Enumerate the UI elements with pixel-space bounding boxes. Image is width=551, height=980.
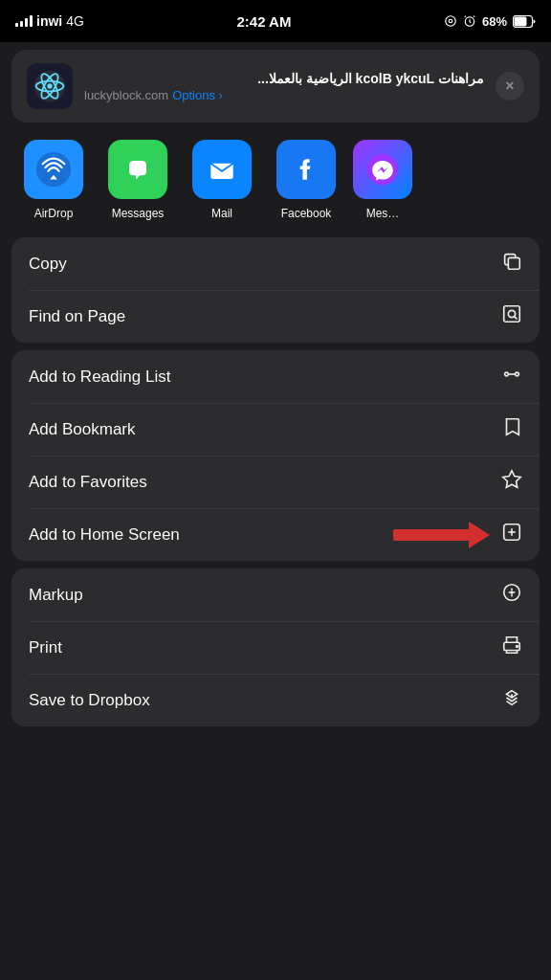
add-favorites-label: Add to Favorites xyxy=(29,473,147,492)
share-header: مراهنات Lucky Block الرياضية بالعملا... … xyxy=(11,50,540,122)
share-app-airdrop[interactable]: AirDrop xyxy=(11,140,96,220)
share-close-button[interactable]: × xyxy=(496,72,524,100)
favorites-icon xyxy=(501,469,522,495)
share-app-mail[interactable]: Mail xyxy=(180,140,264,220)
dropbox-icon xyxy=(501,687,522,713)
share-title: مراهنات Lucky Block الرياضية بالعملا... xyxy=(84,71,484,86)
find-on-page-button[interactable]: Find on Page xyxy=(11,290,540,343)
add-home-screen-button[interactable]: Add to Home Screen xyxy=(11,508,540,561)
focus-icon xyxy=(444,14,457,28)
alarm-icon xyxy=(463,14,476,28)
status-bar: inwi 4G 2:42 AM 68% xyxy=(0,0,551,42)
share-app-icon xyxy=(27,63,73,109)
add-bookmark-label: Add Bookmark xyxy=(29,420,136,439)
network-label: 4G xyxy=(66,13,84,29)
airdrop-icon xyxy=(24,140,83,199)
find-on-page-icon xyxy=(501,303,522,329)
share-app-facebook[interactable]: Facebook xyxy=(264,140,348,220)
time-label: 2:42 AM xyxy=(236,13,291,30)
mail-label: Mail xyxy=(211,207,232,220)
svg-point-20 xyxy=(505,372,509,376)
add-bookmark-button[interactable]: Add Bookmark xyxy=(11,403,540,456)
facebook-icon xyxy=(276,140,336,199)
svg-point-9 xyxy=(47,83,52,88)
svg-point-0 xyxy=(446,16,456,27)
action-group-3: Markup Print Save to Dropbox xyxy=(11,568,540,726)
signal-bars xyxy=(15,15,33,27)
luckyblock-icon xyxy=(33,69,67,103)
svg-rect-17 xyxy=(504,306,520,323)
messages-icon xyxy=(108,140,167,199)
copy-button[interactable]: Copy xyxy=(11,237,540,290)
home-add-icon xyxy=(501,522,522,547)
svg-rect-4 xyxy=(514,16,526,26)
red-arrow-indicator xyxy=(393,522,490,548)
svg-line-19 xyxy=(515,317,518,320)
add-reading-list-button[interactable]: Add to Reading List xyxy=(11,350,540,403)
messages-label: Messages xyxy=(112,207,165,220)
copy-icon xyxy=(501,251,522,277)
svg-point-10 xyxy=(36,152,71,187)
add-home-screen-label: Add to Home Screen xyxy=(29,525,180,545)
svg-point-18 xyxy=(508,310,515,317)
svg-point-1 xyxy=(449,19,452,23)
markup-label: Markup xyxy=(29,586,83,605)
action-group-2: Add to Reading List Add Bookmark Add to … xyxy=(11,350,540,561)
mail-icon xyxy=(192,140,252,199)
markup-button[interactable]: Markup xyxy=(11,568,540,621)
share-url-row: luckyblock.com Options › xyxy=(84,88,484,102)
share-url: luckyblock.com xyxy=(84,88,168,102)
status-left: inwi 4G xyxy=(15,13,84,29)
share-options-button[interactable]: Options › xyxy=(172,88,223,102)
close-icon: × xyxy=(505,78,514,95)
airdrop-label: AirDrop xyxy=(34,207,74,220)
print-button[interactable]: Print xyxy=(11,621,540,674)
messenger-label: Mes… xyxy=(366,207,400,220)
markup-icon xyxy=(501,582,522,608)
battery-label: 68% xyxy=(482,14,507,29)
save-dropbox-label: Save to Dropbox xyxy=(29,691,150,710)
print-label: Print xyxy=(29,638,62,657)
share-app-messages[interactable]: Messages xyxy=(96,140,180,220)
battery-icon xyxy=(513,15,536,28)
messenger-icon xyxy=(353,140,412,199)
print-icon xyxy=(501,635,522,660)
share-app-messenger[interactable]: Mes… xyxy=(348,140,417,220)
facebook-label: Facebook xyxy=(281,207,332,220)
add-favorites-button[interactable]: Add to Favorites xyxy=(11,456,540,508)
svg-point-27 xyxy=(511,591,513,593)
bookmark-icon xyxy=(501,416,522,442)
reading-list-icon xyxy=(501,364,522,390)
find-on-page-label: Find on Page xyxy=(29,307,125,326)
action-group-1: Copy Find on Page xyxy=(11,237,540,343)
carrier-label: inwi xyxy=(36,13,62,29)
save-dropbox-button[interactable]: Save to Dropbox xyxy=(11,674,540,726)
copy-label: Copy xyxy=(29,255,67,274)
status-right: 68% xyxy=(444,14,536,29)
svg-point-29 xyxy=(517,645,518,647)
svg-rect-16 xyxy=(508,257,519,269)
share-apps-row: AirDrop Messages Mail Face xyxy=(0,122,551,230)
svg-point-21 xyxy=(516,372,519,376)
share-header-text: مراهنات Lucky Block الرياضية بالعملا... … xyxy=(84,71,484,102)
add-reading-list-label: Add to Reading List xyxy=(29,368,170,387)
